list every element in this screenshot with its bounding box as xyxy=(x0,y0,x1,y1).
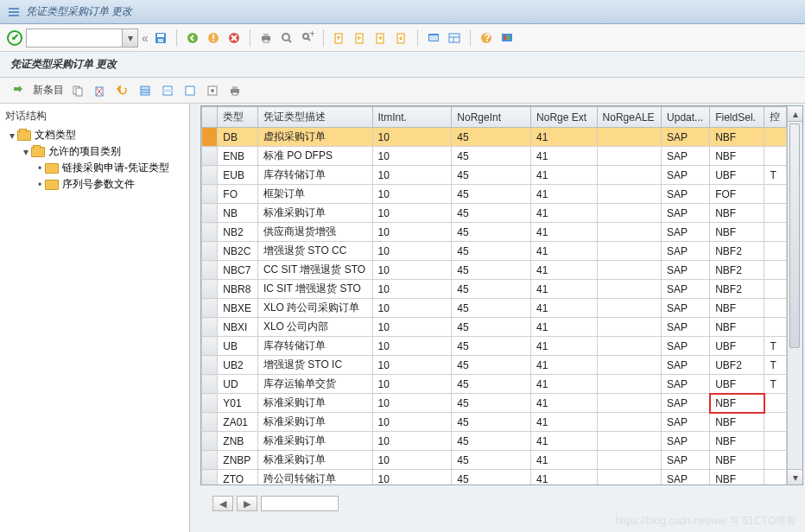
cell-norgeint[interactable]: 45 xyxy=(452,223,531,242)
cell-desc[interactable]: 标准 PO DFPS xyxy=(257,147,372,166)
cell-updat[interactable]: SAP xyxy=(662,470,710,485)
col-norgeext[interactable]: NoRge Ext xyxy=(531,107,597,128)
command-field[interactable]: ▾ xyxy=(26,28,138,48)
cell-fieldsel[interactable]: UBF xyxy=(710,337,764,356)
cell-itmint[interactable]: 10 xyxy=(372,147,452,166)
scroll-down-icon[interactable]: ▾ xyxy=(788,469,802,484)
cell-norgeale[interactable] xyxy=(597,185,662,204)
cell-norgeint[interactable]: 45 xyxy=(452,470,531,485)
col-type[interactable]: 类型 xyxy=(218,107,258,128)
cell-itmint[interactable]: 10 xyxy=(372,166,452,185)
cell-updat[interactable]: SAP xyxy=(662,242,710,261)
cell-rowhead[interactable] xyxy=(202,204,218,223)
cell-norgeint[interactable]: 45 xyxy=(452,451,531,470)
table-row[interactable]: DB虚拟采购订单104541SAPNBF xyxy=(202,128,787,147)
table-row[interactable]: ZA01标准采购订单104541SAPNBF xyxy=(202,413,787,432)
cell-rowhead[interactable] xyxy=(202,413,218,432)
table-row[interactable]: Y01标准采购订单104541SAPNBF xyxy=(202,394,787,413)
cell-fieldsel[interactable]: NBF2 xyxy=(710,242,764,261)
cell-fieldsel[interactable]: NBF xyxy=(710,147,764,166)
table-row[interactable]: ZTO跨公司转储订单104541SAPNBF xyxy=(202,470,787,485)
cell-itmint[interactable]: 10 xyxy=(372,223,452,242)
cell-type[interactable]: EUB xyxy=(218,166,258,185)
cell-desc[interactable]: 标准采购订单 xyxy=(257,394,372,413)
cell-rowhead[interactable] xyxy=(202,337,218,356)
cell-type[interactable]: UB xyxy=(218,337,258,356)
print-btn-icon[interactable] xyxy=(226,82,244,99)
cell-norgeint[interactable]: 45 xyxy=(452,337,531,356)
col-itmint[interactable]: ItmInt. xyxy=(372,107,452,128)
cell-itmint[interactable]: 10 xyxy=(372,432,452,451)
col-updat[interactable]: Updat... xyxy=(662,107,710,128)
cell-norgeale[interactable] xyxy=(597,223,662,242)
cell-norgeext[interactable]: 41 xyxy=(531,337,597,356)
cell-fieldsel[interactable]: NBF xyxy=(710,432,764,451)
cell-ctrl[interactable] xyxy=(764,318,787,337)
cell-norgeext[interactable]: 41 xyxy=(531,413,597,432)
cell-norgeale[interactable] xyxy=(597,299,662,318)
cell-norgeale[interactable] xyxy=(597,375,662,394)
table-row[interactable]: UD库存运输单交货104541SAPUBFT xyxy=(202,375,787,394)
cell-ctrl[interactable] xyxy=(764,280,787,299)
cell-norgeext[interactable]: 41 xyxy=(531,451,597,470)
help-icon[interactable]: ? xyxy=(478,29,495,47)
cell-fieldsel[interactable]: NBF xyxy=(710,128,764,147)
cell-rowhead[interactable] xyxy=(202,470,218,485)
cell-ctrl[interactable] xyxy=(764,299,787,318)
cell-itmint[interactable]: 10 xyxy=(372,394,452,413)
cell-type[interactable]: NBXE xyxy=(218,299,258,318)
cell-desc[interactable]: 供应商退货增强 xyxy=(257,223,372,242)
table-row[interactable]: NB标准采购订单104541SAPNBF xyxy=(202,204,787,223)
cell-norgeext[interactable]: 41 xyxy=(531,432,597,451)
cell-norgeint[interactable]: 45 xyxy=(452,185,531,204)
cell-norgeale[interactable] xyxy=(597,166,662,185)
table-row[interactable]: NBR8IC SIT 增强退货 STO104541SAPNBF2 xyxy=(202,280,787,299)
cell-type[interactable]: DB xyxy=(218,128,258,147)
delete-icon[interactable] xyxy=(92,82,109,99)
cell-updat[interactable]: SAP xyxy=(662,337,710,356)
cell-norgeint[interactable]: 45 xyxy=(452,261,531,280)
tree-node-seq-file[interactable]: • 序列号参数文件 xyxy=(35,176,187,193)
cell-updat[interactable]: SAP xyxy=(662,280,710,299)
cell-norgeale[interactable] xyxy=(597,394,662,413)
cell-rowhead[interactable] xyxy=(202,223,218,242)
cell-ctrl[interactable] xyxy=(764,242,787,261)
cell-type[interactable]: NBC7 xyxy=(218,261,258,280)
cell-norgeext[interactable]: 41 xyxy=(531,356,597,375)
table-row[interactable]: NBXIXLO 公司内部104541SAPNBF xyxy=(202,318,787,337)
cell-updat[interactable]: SAP xyxy=(662,147,710,166)
cell-ctrl[interactable] xyxy=(764,413,787,432)
corner-cell[interactable] xyxy=(202,107,218,128)
cell-norgeext[interactable]: 41 xyxy=(531,128,597,147)
pager-prev[interactable]: ◀ xyxy=(212,496,233,511)
cell-type[interactable]: ENB xyxy=(218,147,258,166)
cell-fieldsel[interactable]: NBF xyxy=(710,394,764,413)
back-icon[interactable] xyxy=(184,29,201,47)
first-page-icon[interactable] xyxy=(331,29,348,47)
cell-desc[interactable]: 框架订单 xyxy=(257,185,372,204)
cell-norgeale[interactable] xyxy=(597,261,662,280)
cell-type[interactable]: NB xyxy=(218,204,258,223)
cell-updat[interactable]: SAP xyxy=(662,299,710,318)
cell-desc[interactable]: IC SIT 增强退货 STO xyxy=(257,280,372,299)
cell-type[interactable]: Y01 xyxy=(218,394,258,413)
tree-node-allowed-item[interactable]: ▾ 允许的项目类别 xyxy=(21,143,187,160)
cell-desc[interactable]: 跨公司转储订单 xyxy=(257,470,372,485)
cell-desc[interactable]: 库存转储订单 xyxy=(257,166,372,185)
cell-itmint[interactable]: 10 xyxy=(372,470,452,485)
cell-itmint[interactable]: 10 xyxy=(372,299,452,318)
cell-rowhead[interactable] xyxy=(202,356,218,375)
cell-updat[interactable]: SAP xyxy=(662,451,710,470)
new-session-icon[interactable] xyxy=(425,29,442,47)
cell-norgeale[interactable] xyxy=(597,128,662,147)
data-grid[interactable]: 类型 凭证类型描述 ItmInt. NoRgeInt NoRge Ext NoR… xyxy=(200,105,803,485)
cancel-icon[interactable] xyxy=(225,29,243,47)
cell-itmint[interactable]: 10 xyxy=(372,318,452,337)
cell-rowhead[interactable] xyxy=(202,432,218,451)
cell-type[interactable]: ZNBP xyxy=(218,451,258,470)
cell-itmint[interactable]: 10 xyxy=(372,185,452,204)
cell-norgeext[interactable]: 41 xyxy=(531,394,597,413)
expand-icon[interactable] xyxy=(9,82,26,99)
cell-desc[interactable]: 标准采购订单 xyxy=(257,204,372,223)
cell-updat[interactable]: SAP xyxy=(662,204,710,223)
